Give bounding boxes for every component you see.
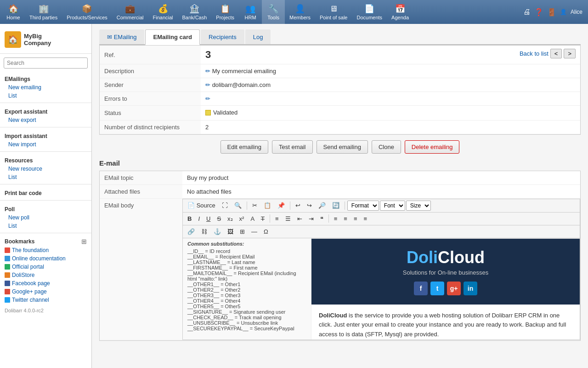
print-icon[interactable]: 🖨 <box>523 8 531 16</box>
errors-edit-icon[interactable]: ✏ <box>205 95 210 102</box>
nav-third-parties[interactable]: 🏢 Third parties <box>25 0 62 24</box>
sep3 <box>345 201 345 210</box>
italic-button[interactable]: I <box>195 214 203 224</box>
outdent-button[interactable]: ⇤ <box>294 214 305 224</box>
sender-edit-icon[interactable]: ✏ <box>205 81 210 88</box>
remove-format-button[interactable]: T̶ <box>258 214 267 224</box>
ul-button[interactable]: ☰ <box>283 214 294 224</box>
font-select[interactable]: Font <box>380 201 405 211</box>
size-select[interactable]: Size <box>406 201 431 211</box>
fullscreen-button[interactable]: ⛶ <box>219 201 231 210</box>
font-color-button[interactable]: A <box>248 214 257 224</box>
link-button[interactable]: 🔗 <box>185 227 198 236</box>
facebook-button[interactable]: f <box>414 282 428 295</box>
subs-title: Common substitutions: <box>187 241 306 247</box>
nav-members[interactable]: 👤 Members <box>285 0 315 24</box>
bookmark-facebook[interactable]: Facebook page <box>5 279 87 288</box>
nav-agenda[interactable]: 📅 Agenda <box>387 0 413 24</box>
image-button[interactable]: 🖼 <box>225 227 236 236</box>
send-emailing-button[interactable]: Send emailing <box>317 140 368 154</box>
nav-pos[interactable]: 🖥 Point of sale <box>315 0 352 24</box>
sidebar-item-new-resource[interactable]: New resource <box>0 165 91 173</box>
hr-button[interactable]: — <box>249 227 260 236</box>
anchor-button[interactable]: ⚓ <box>211 227 224 236</box>
email-editor: 📄 Source ⛶ 🔍 ✂ 📋 📌 ↩ <box>182 199 580 340</box>
table-button[interactable]: ⊞ <box>237 227 248 236</box>
back-to-list[interactable]: Back to list < > <box>520 49 576 58</box>
clone-button[interactable]: Clone <box>372 140 401 154</box>
bookmark-twitter[interactable]: Twitter channel <box>5 296 87 304</box>
emailing-icon: ✉ <box>107 34 112 40</box>
unlink-button[interactable]: ⛓ <box>198 227 210 236</box>
redo-button[interactable]: ↪ <box>304 201 315 210</box>
help-icon[interactable]: ❓ <box>534 8 543 17</box>
nav-hrm[interactable]: 👥 HRM <box>239 0 262 24</box>
subscript-button[interactable]: x₂ <box>225 214 236 224</box>
align-center-button[interactable]: ≡ <box>341 214 350 224</box>
superscript-button[interactable]: x² <box>237 214 247 224</box>
linkedin-button[interactable]: in <box>464 282 477 295</box>
company-logo[interactable]: 🏠 MyBigCompany <box>0 28 91 54</box>
format-select[interactable]: Format <box>347 201 379 211</box>
sidebar-item-new-import[interactable]: New import <box>0 140 91 149</box>
logout-icon[interactable]: 🚪 <box>547 8 556 17</box>
bold-button[interactable]: B <box>185 214 194 224</box>
nav-tools[interactable]: 🔧 Tools <box>262 0 285 24</box>
googleplus-button[interactable]: g+ <box>447 282 461 295</box>
align-right-button[interactable]: ≡ <box>351 214 360 224</box>
delete-emailing-button[interactable]: Delete emailing <box>405 140 460 154</box>
email-preview[interactable]: DoliCloud Solutions for On-line business… <box>311 238 580 339</box>
bookmark-portal[interactable]: Official portal <box>5 263 87 271</box>
paste-button[interactable]: 📌 <box>275 201 288 210</box>
bookmark-googleplus[interactable]: Google+ page <box>5 288 87 296</box>
nav-bank[interactable]: 🏦 Bank/Cash <box>178 0 212 24</box>
test-email-button[interactable]: Test email <box>272 140 313 154</box>
action-bar: Edit emailing Test email Send emailing C… <box>99 135 581 159</box>
align-left-button[interactable]: ≡ <box>331 214 340 224</box>
strikethrough-button[interactable]: S <box>214 214 224 224</box>
align-justify-button[interactable]: ≡ <box>361 214 370 224</box>
replace-button[interactable]: 🔄 <box>329 201 342 210</box>
tab-emailing[interactable]: ✉ EMailing <box>99 29 144 44</box>
source-button[interactable]: 📄 Source <box>185 201 218 210</box>
sidebar-item-resource-list[interactable]: List <box>0 173 91 181</box>
cut-button[interactable]: ✂ <box>249 201 260 210</box>
nav-projects[interactable]: 📋 Projects <box>211 0 239 24</box>
sub-line-9: __OTHER4__ = Other4 <box>187 298 306 304</box>
company-name: MyBigCompany <box>24 33 51 46</box>
blockquote-button[interactable]: ❝ <box>317 214 326 224</box>
bookmark-dolistore[interactable]: DoliStore <box>5 271 87 279</box>
sidebar-item-poll-list[interactable]: List <box>0 222 91 230</box>
tab-recipients[interactable]: Recipients <box>201 29 244 44</box>
nav-documents[interactable]: 📄 Documents <box>352 0 387 24</box>
sidebar-item-emailing-list[interactable]: List <box>0 92 91 100</box>
nav-products[interactable]: 📦 Products/Services <box>62 0 112 24</box>
indent-button[interactable]: ⇥ <box>306 214 317 224</box>
sidebar-item-new-poll[interactable]: New poll <box>0 213 91 222</box>
tab-log[interactable]: Log <box>245 29 271 44</box>
copy-button[interactable]: 📋 <box>261 201 274 210</box>
description-edit-icon[interactable]: ✏ <box>205 68 210 75</box>
next-btn[interactable]: > <box>564 49 576 58</box>
prev-btn[interactable]: < <box>550 49 562 58</box>
bookmark-foundation[interactable]: The foundation <box>5 246 87 254</box>
bookmark-docs[interactable]: Online documentation <box>5 254 87 263</box>
find-button[interactable]: 🔎 <box>316 201 328 210</box>
nav-home[interactable]: 🏠 Home <box>2 0 25 24</box>
sidebar: 🏠 MyBigCompany EMailings New emailing Li… <box>0 24 92 368</box>
edit-emailing-button[interactable]: Edit emailing <box>220 140 268 154</box>
twitter-button[interactable]: t <box>430 282 444 295</box>
preview-button[interactable]: 🔍 <box>232 201 244 210</box>
ol-button[interactable]: ≡ <box>272 214 282 224</box>
sep2 <box>290 201 290 210</box>
sidebar-item-new-emailing[interactable]: New emailing <box>0 83 91 92</box>
sidebar-item-new-export[interactable]: New export <box>0 116 91 124</box>
bookmarks-icon[interactable]: ⊞ <box>81 238 87 245</box>
underline-button[interactable]: U <box>204 214 213 224</box>
nav-commercial[interactable]: 💼 Commercial <box>112 0 148 24</box>
tab-emailing-card[interactable]: EMailing card <box>145 29 200 45</box>
nav-financial[interactable]: 💰 Financial <box>148 0 177 24</box>
search-input[interactable] <box>4 58 88 69</box>
special-char-button[interactable]: Ω <box>261 227 271 236</box>
undo-button[interactable]: ↩ <box>293 201 303 210</box>
